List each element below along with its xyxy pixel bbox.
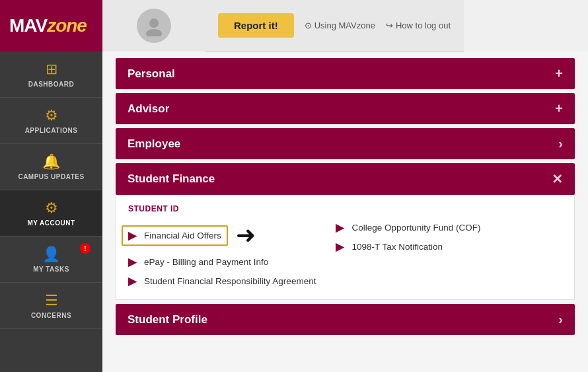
user-avatar-icon	[143, 15, 165, 36]
sidebar: MAVzone ⊞ DASHBOARD ⚙ APPLICATIONS 🔔 CAM…	[0, 0, 102, 372]
accordion-advisor: Advisor +	[116, 93, 575, 124]
dashboard-icon: ⊞	[46, 61, 57, 78]
accordion-student-profile-header[interactable]: Student Profile ›	[116, 304, 575, 335]
logo-mav: MAV	[9, 15, 47, 36]
accordion-student-finance-header[interactable]: Student Finance ✕	[116, 163, 575, 195]
advisor-expand-icon: +	[555, 101, 563, 116]
arrow-annotation: ➜	[236, 221, 256, 249]
sidebar-item-dashboard[interactable]: ⊞ DASHBOARD	[0, 52, 102, 98]
sidebar-item-applications[interactable]: ⚙ APPLICATIONS	[0, 98, 102, 144]
accordion-personal: Personal +	[116, 58, 575, 89]
my-account-icon: ⚙	[45, 200, 58, 217]
sfra-label: Student Financial Responsibility Agreeme…	[144, 276, 316, 286]
logo-zone: zone	[47, 15, 87, 36]
cof-icon: ▶	[336, 221, 346, 234]
applications-label: APPLICATIONS	[25, 127, 78, 134]
student-finance-title: Student Finance	[128, 172, 215, 186]
finance-col-left: ▶ Financial Aid Offers ➜ ▶ ePay - Billin…	[128, 221, 316, 287]
avatar-section	[102, 0, 205, 52]
sidebar-item-my-tasks[interactable]: ! 👤 MY TASKS	[0, 237, 102, 283]
logout-link[interactable]: ↪ How to log out	[386, 20, 451, 30]
cof-label: College Opportunity Fund (COF)	[351, 223, 480, 233]
nav-items: ⊞ DASHBOARD ⚙ APPLICATIONS 🔔 CAMPUS UPDA…	[0, 52, 102, 372]
employee-expand-icon: ›	[558, 136, 563, 151]
financial-aid-label: Financial Aid Offers	[144, 231, 221, 241]
dashboard-label: DASHBOARD	[28, 81, 75, 88]
epay-link[interactable]: ▶ ePay - Billing and Payment Info	[128, 256, 316, 268]
sfra-icon: ▶	[128, 275, 139, 287]
avatar	[137, 9, 171, 43]
finance-links: ▶ Financial Aid Offers ➜ ▶ ePay - Billin…	[128, 221, 562, 287]
main-content: Report it! ⊙ Using MAVzone ↪ How to log …	[102, 0, 588, 372]
personal-expand-icon: +	[555, 66, 563, 81]
logout-label: How to log out	[396, 20, 451, 30]
report-button[interactable]: Report it!	[218, 13, 294, 38]
financial-aid-offers-link[interactable]: ▶ Financial Aid Offers	[122, 225, 228, 246]
advisor-title: Advisor	[128, 102, 169, 116]
student-finance-body: STUDENT ID ▶ Financial Aid Offers ➜ ▶	[116, 195, 575, 300]
accordion-student-finance: Student Finance ✕ STUDENT ID ▶ Financial…	[116, 163, 575, 300]
using-mavzone-icon: ⊙	[305, 20, 312, 30]
epay-label: ePay - Billing and Payment Info	[144, 257, 268, 267]
employee-title: Employee	[128, 137, 180, 151]
applications-icon: ⚙	[45, 107, 58, 124]
svg-point-0	[149, 19, 159, 28]
header-row: Report it! ⊙ Using MAVzone ↪ How to log …	[102, 0, 588, 52]
financial-aid-row: ▶ Financial Aid Offers ➜	[128, 221, 316, 249]
accordion-employee: Employee ›	[116, 128, 575, 159]
tax-label: 1098-T Tax Notification	[351, 242, 443, 252]
campus-updates-icon: 🔔	[42, 153, 60, 170]
sidebar-item-concerns[interactable]: ☰ CONCERNS	[0, 283, 102, 329]
tax-link[interactable]: ▶ 1098-T Tax Notification	[336, 241, 480, 253]
svg-point-1	[146, 29, 162, 36]
logo-text: MAVzone	[9, 15, 87, 36]
sfra-link[interactable]: ▶ Student Financial Responsibility Agree…	[128, 275, 316, 287]
student-id-label: STUDENT ID	[128, 204, 562, 213]
tax-icon: ▶	[336, 241, 346, 253]
top-header: Report it! ⊙ Using MAVzone ↪ How to log …	[205, 0, 464, 52]
cof-link[interactable]: ▶ College Opportunity Fund (COF)	[336, 221, 480, 234]
accordion-student-profile: Student Profile ›	[116, 304, 575, 335]
epay-icon: ▶	[128, 256, 139, 268]
using-mavzone-link[interactable]: ⊙ Using MAVzone	[305, 20, 375, 30]
student-profile-expand-icon: ›	[558, 312, 563, 327]
using-mavzone-label: Using MAVzone	[314, 20, 375, 30]
concerns-label: CONCERNS	[31, 312, 71, 319]
concerns-icon: ☰	[45, 292, 58, 309]
content-area: Personal + Advisor + Employee › Student …	[102, 52, 588, 372]
student-profile-title: Student Profile	[128, 313, 207, 326]
sidebar-item-campus-updates[interactable]: 🔔 CAMPUS UPDATES	[0, 144, 102, 190]
my-tasks-icon: 👤	[42, 246, 60, 263]
finance-col-right: ▶ College Opportunity Fund (COF) ▶ 1098-…	[336, 221, 480, 287]
logo-container: MAVzone	[0, 0, 102, 52]
accordion-advisor-header[interactable]: Advisor +	[116, 93, 575, 124]
student-finance-collapse-icon: ✕	[552, 171, 563, 187]
logout-icon: ↪	[386, 20, 393, 30]
my-account-label: MY ACCOUNT	[27, 219, 75, 227]
sidebar-item-my-account[interactable]: ⚙ MY ACCOUNT	[0, 190, 102, 237]
financial-aid-icon: ▶	[128, 229, 139, 242]
personal-title: Personal	[128, 67, 175, 81]
tasks-badge: !	[80, 243, 91, 254]
my-tasks-label: MY TASKS	[33, 266, 69, 273]
campus-updates-label: CAMPUS UPDATES	[18, 173, 84, 180]
accordion-employee-header[interactable]: Employee ›	[116, 128, 575, 159]
accordion-personal-header[interactable]: Personal +	[116, 58, 575, 89]
